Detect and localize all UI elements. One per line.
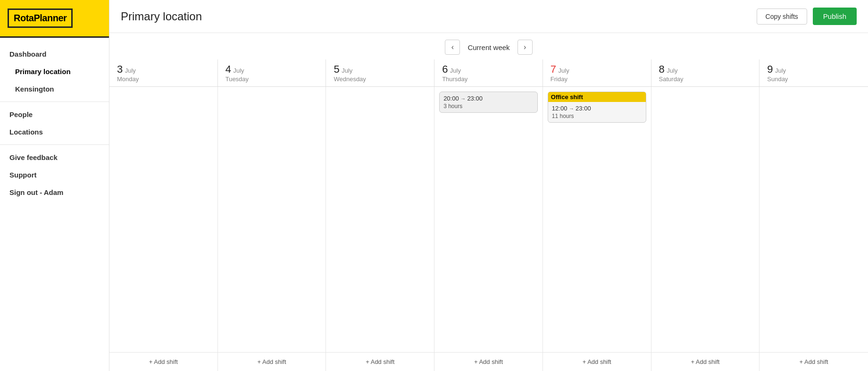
day-name-sat: Saturday xyxy=(659,76,752,83)
shift-arrow-fri: → xyxy=(569,106,576,111)
day-num-mon: 3 xyxy=(117,63,123,75)
add-shift-tue[interactable]: + Add shift xyxy=(218,353,326,371)
sidebar-item-dashboard[interactable]: Dashboard xyxy=(0,45,109,63)
add-shift-fri[interactable]: + Add shift xyxy=(543,353,651,371)
sidebar-item-kensington[interactable]: Kensington xyxy=(0,80,109,98)
day-month-wed: July xyxy=(342,67,352,74)
sidebar-item-sign-out[interactable]: Sign out - Adam xyxy=(0,184,109,201)
day-header-fri: 7 July Friday xyxy=(543,59,651,86)
shift-hours-fri: 11 hours xyxy=(552,113,642,119)
calendar: 3 July Monday 4 July Tuesday 5 July Wedn… xyxy=(109,59,868,371)
day-num-sat: 8 xyxy=(659,63,665,75)
day-cell-sun[interactable] xyxy=(760,87,868,352)
add-shift-wed[interactable]: + Add shift xyxy=(326,353,434,371)
day-num-wed: 5 xyxy=(334,63,339,75)
page-header: Primary location Copy shifts Publish xyxy=(109,0,868,33)
add-shift-row: + Add shift + Add shift + Add shift + Ad… xyxy=(109,352,868,371)
day-header-sat: 8 July Saturday xyxy=(651,59,760,86)
day-num-thu: 6 xyxy=(442,63,448,75)
logo-area: RotaPlanner xyxy=(0,0,109,38)
sidebar: RotaPlanner Dashboard Primary location K… xyxy=(0,0,109,371)
shift-time-thu: 20:00 → 23:00 xyxy=(443,95,534,102)
sidebar-item-support[interactable]: Support xyxy=(0,166,109,184)
day-num-fri: 7 xyxy=(551,63,556,75)
page-title: Primary location xyxy=(121,10,202,23)
day-month-sun: July xyxy=(775,67,786,74)
day-month-fri: July xyxy=(559,67,569,74)
sidebar-nav: Dashboard Primary location Kensington Pe… xyxy=(0,38,109,371)
day-cells: 20:00 → 23:00 3 hours Office shift 12:00… xyxy=(109,87,868,352)
day-cell-sat[interactable] xyxy=(651,87,760,352)
day-cell-tue[interactable] xyxy=(218,87,326,352)
day-name-sun: Sunday xyxy=(767,76,860,83)
day-name-mon: Monday xyxy=(117,76,210,83)
sidebar-item-people[interactable]: People xyxy=(0,106,109,123)
day-month-thu: July xyxy=(450,67,461,74)
add-shift-mon[interactable]: + Add shift xyxy=(109,353,218,371)
logo: RotaPlanner xyxy=(8,8,73,28)
header-actions: Copy shifts Publish xyxy=(757,8,857,25)
sidebar-item-primary-location[interactable]: Primary location xyxy=(0,63,109,80)
nav-divider-2 xyxy=(0,144,109,145)
day-cell-fri[interactable]: Office shift 12:00 → 23:00 11 hours xyxy=(543,87,651,352)
day-header-tue: 4 July Tuesday xyxy=(218,59,326,86)
day-name-thu: Thursday xyxy=(442,76,535,83)
shift-card-fri[interactable]: Office shift 12:00 → 23:00 11 hours xyxy=(548,92,646,123)
day-name-tue: Tuesday xyxy=(225,76,318,83)
day-num-tue: 4 xyxy=(225,63,231,75)
week-navigation: ‹ Current week › xyxy=(109,33,868,59)
current-week-label: Current week xyxy=(467,43,509,51)
day-header-thu: 6 July Thursday xyxy=(434,59,543,86)
shift-label-fri: Office shift xyxy=(548,92,646,102)
day-name-fri: Friday xyxy=(551,76,643,83)
publish-button[interactable]: Publish xyxy=(813,8,857,25)
shift-hours-thu: 3 hours xyxy=(443,103,534,110)
day-header-mon: 3 July Monday xyxy=(109,59,218,86)
day-header-wed: 5 July Wednesday xyxy=(326,59,434,86)
add-shift-thu[interactable]: + Add shift xyxy=(434,353,543,371)
main-content: Primary location Copy shifts Publish ‹ C… xyxy=(109,0,868,371)
day-cell-mon[interactable] xyxy=(109,87,218,352)
add-shift-sat[interactable]: + Add shift xyxy=(651,353,760,371)
day-header-sun: 9 July Sunday xyxy=(760,59,868,86)
day-month-tue: July xyxy=(233,67,244,74)
shift-arrow-thu: → xyxy=(460,96,467,101)
next-week-button[interactable]: › xyxy=(517,40,533,55)
nav-divider-1 xyxy=(0,101,109,102)
day-cell-thu[interactable]: 20:00 → 23:00 3 hours xyxy=(434,87,543,352)
day-month-mon: July xyxy=(125,67,136,74)
shift-card-thu[interactable]: 20:00 → 23:00 3 hours xyxy=(439,92,538,113)
day-cell-wed[interactable] xyxy=(326,87,434,352)
day-headers: 3 July Monday 4 July Tuesday 5 July Wedn… xyxy=(109,59,868,87)
day-month-sat: July xyxy=(667,67,677,74)
prev-week-button[interactable]: ‹ xyxy=(445,40,460,55)
sidebar-item-locations[interactable]: Locations xyxy=(0,123,109,141)
shift-time-fri: 12:00 → 23:00 xyxy=(552,105,642,112)
sidebar-item-give-feedback[interactable]: Give feedback xyxy=(0,149,109,166)
copy-shifts-button[interactable]: Copy shifts xyxy=(757,8,807,25)
day-name-wed: Wednesday xyxy=(334,76,426,83)
add-shift-sun[interactable]: + Add shift xyxy=(760,353,868,371)
day-num-sun: 9 xyxy=(767,63,773,75)
